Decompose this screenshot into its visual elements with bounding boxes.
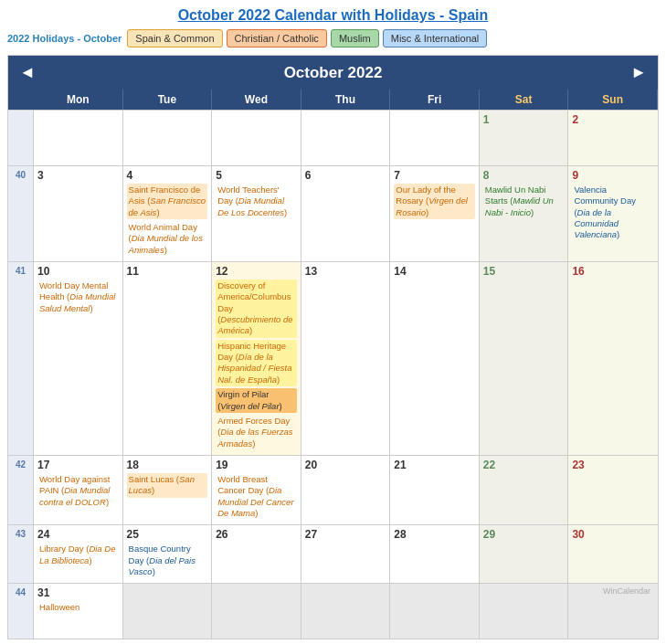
day-9: 9 bbox=[572, 169, 654, 182]
cal-cell-nov3 bbox=[301, 584, 391, 639]
cal-cell-oct19: 19 World Breast Cancer Day (Dia Mundial … bbox=[212, 456, 301, 524]
cal-cell-oct23: 23 bbox=[568, 456, 658, 524]
day-8: 8 bbox=[483, 169, 565, 182]
holiday-our-lady-rosary: Our Lady of the Rosary (Virgen del Rosar… bbox=[394, 184, 475, 219]
day-23: 23 bbox=[572, 459, 654, 471]
day-2: 2 bbox=[572, 113, 654, 126]
cal-cell-oct8: 8 Mawlid Un Nabi Starts (Mawlid Un Nabi … bbox=[480, 166, 569, 261]
cal-cell-oct21: 21 bbox=[390, 456, 480, 524]
week-row-40: 40 3 4 Saint Francisco de Asis (San Fran… bbox=[8, 165, 658, 261]
holiday-valencia: Valencia Community Day (Dia de la Comuni… bbox=[572, 184, 654, 242]
filter-christian-btn[interactable]: Christian / Catholic bbox=[227, 29, 327, 48]
day-3: 3 bbox=[37, 169, 119, 182]
day-27: 27 bbox=[305, 528, 386, 541]
filter-misc-btn[interactable]: Misc & International bbox=[383, 29, 488, 48]
dow-fri: Fri bbox=[390, 90, 480, 110]
cal-cell-oct12: 12 Discovery of America/Columbus Day (De… bbox=[212, 262, 301, 455]
holiday-halloween: Halloween bbox=[37, 601, 119, 614]
holiday-basque: Basque Country Day (Dia del Pais Vasco) bbox=[127, 543, 208, 578]
week-row-41: 41 10 World Day Mental Health (Dia Mundi… bbox=[8, 261, 658, 455]
filter-spain-btn[interactable]: Spain & Common bbox=[127, 29, 222, 48]
prev-month-btn[interactable]: ◄ bbox=[19, 63, 36, 82]
day-14: 14 bbox=[394, 265, 475, 278]
day-22: 22 bbox=[483, 459, 565, 471]
cal-cell-oct9: 9 Valencia Community Day (Dia de la Comu… bbox=[568, 166, 658, 261]
holiday-mental-health: World Day Mental Health (Dia Mundial Sal… bbox=[37, 280, 119, 315]
cal-cell-oct6: 6 bbox=[301, 166, 391, 261]
cal-cell-nov4 bbox=[390, 584, 480, 639]
cal-cell-oct26: 26 bbox=[212, 525, 301, 583]
filter-buttons: Spain & Common Christian / Catholic Musl… bbox=[127, 29, 487, 48]
week-row-44: 44 31 Halloween WinCalendar bbox=[8, 583, 658, 639]
day-19: 19 bbox=[216, 459, 297, 471]
week-num-40: 40 bbox=[8, 166, 34, 261]
holiday-mawlid: Mawlid Un Nabi Starts (Mawlid Un Nabi - … bbox=[483, 184, 565, 219]
holiday-world-animal: World Animal Day (Dia Mundial de los Ani… bbox=[127, 221, 208, 257]
week-row-39: 1 2 bbox=[8, 110, 658, 165]
day-26: 26 bbox=[216, 528, 297, 541]
day-13: 13 bbox=[305, 265, 386, 278]
cal-cell-oct25: 25 Basque Country Day (Dia del Pais Vasc… bbox=[123, 525, 213, 583]
cal-cell-empty-2 bbox=[123, 111, 213, 165]
cal-cell-oct27: 27 bbox=[301, 525, 391, 583]
week-num-42: 42 bbox=[8, 456, 34, 524]
day-28: 28 bbox=[394, 528, 475, 541]
holiday-breast-cancer: World Breast Cancer Day (Dia Mundial Del… bbox=[216, 473, 297, 520]
cal-cell-oct1: 1 bbox=[480, 111, 569, 165]
cal-cell-oct5: 5 World Teachers' Day (Dia Mundial De Lo… bbox=[212, 166, 301, 261]
cal-cell-oct7: 7 Our Lady of the Rosary (Virgen del Ros… bbox=[390, 166, 480, 261]
day-31: 31 bbox=[37, 586, 119, 599]
cal-cell-oct18: 18 Saint Lucas (San Lucas) bbox=[123, 456, 213, 524]
day-7: 7 bbox=[394, 169, 475, 182]
calendar-title: October 2022 bbox=[284, 64, 383, 82]
cal-cell-empty-4 bbox=[301, 111, 391, 165]
day-5: 5 bbox=[216, 169, 297, 182]
day-21: 21 bbox=[394, 459, 475, 471]
cal-cell-oct11: 11 bbox=[123, 262, 213, 455]
filter-muslim-btn[interactable]: Muslim bbox=[331, 29, 379, 48]
cal-cell-oct10: 10 World Day Mental Health (Dia Mundial … bbox=[34, 262, 123, 455]
cal-cell-nov1 bbox=[123, 584, 213, 639]
dow-wed: Wed bbox=[212, 90, 301, 110]
dow-sat: Sat bbox=[480, 90, 569, 110]
week-row-42: 42 17 World Day against PAIN (Dia Mundia… bbox=[8, 455, 658, 524]
holiday-hispanic: Hispanic Heritage Day (Día de la Hispani… bbox=[216, 340, 297, 386]
holiday-library: Library Day (Dia De La Biblioteca) bbox=[37, 543, 119, 567]
week-num-39 bbox=[8, 111, 34, 165]
dow-header-row: Mon Tue Wed Thu Fri Sat Sun bbox=[8, 90, 658, 110]
holiday-armed-forces: Armed Forces Day (Dia de las Fuerzas Arm… bbox=[216, 415, 297, 450]
next-month-btn[interactable]: ► bbox=[630, 63, 647, 82]
holiday-san-lucas: Saint Lucas (San Lucas) bbox=[127, 473, 208, 498]
day-4: 4 bbox=[127, 169, 208, 182]
calendar-wrapper: ◄ October 2022 ► Mon Tue Wed Thu Fri Sat… bbox=[7, 55, 659, 639]
holiday-pilar: Virgin of Pilar (Virgen del Pilar) bbox=[216, 388, 297, 413]
day-20: 20 bbox=[305, 459, 386, 471]
cal-cell-oct20: 20 bbox=[301, 456, 391, 524]
cal-cell-oct22: 22 bbox=[480, 456, 569, 524]
wincal-watermark: WinCalendar bbox=[572, 586, 654, 597]
cal-cell-nov2 bbox=[212, 584, 301, 639]
week-num-43: 43 bbox=[8, 525, 34, 583]
cal-cell-empty-5 bbox=[390, 111, 480, 165]
day-16: 16 bbox=[572, 265, 654, 278]
day-17: 17 bbox=[37, 459, 119, 471]
calendar-header: ◄ October 2022 ► bbox=[8, 56, 658, 90]
cal-cell-oct24: 24 Library Day (Dia De La Biblioteca) bbox=[34, 525, 123, 583]
day-24: 24 bbox=[37, 528, 119, 541]
cal-cell-oct13: 13 bbox=[301, 262, 391, 455]
week-num-44: 44 bbox=[8, 584, 34, 639]
day-11: 11 bbox=[127, 265, 208, 278]
week-num-41: 41 bbox=[8, 262, 34, 455]
page-title: October 2022 Calendar with Holidays - Sp… bbox=[7, 7, 659, 24]
filter-row: 2022 Holidays - October Spain & Common C… bbox=[7, 29, 659, 48]
calendar-body: 1 2 40 3 4 Saint Francisco de Asis (San … bbox=[8, 110, 658, 639]
holiday-san-francisco: Saint Francisco de Asis (San Francisco d… bbox=[127, 184, 208, 219]
dow-mon: Mon bbox=[34, 90, 123, 110]
week-row-43: 43 24 Library Day (Dia De La Biblioteca)… bbox=[8, 524, 658, 583]
day-29: 29 bbox=[483, 528, 565, 541]
cal-cell-oct2: 2 bbox=[568, 111, 658, 165]
filter-label: 2022 Holidays - October bbox=[7, 33, 122, 44]
dow-sun: Sun bbox=[568, 90, 658, 110]
day-30: 30 bbox=[572, 528, 654, 541]
day-18: 18 bbox=[127, 459, 208, 471]
